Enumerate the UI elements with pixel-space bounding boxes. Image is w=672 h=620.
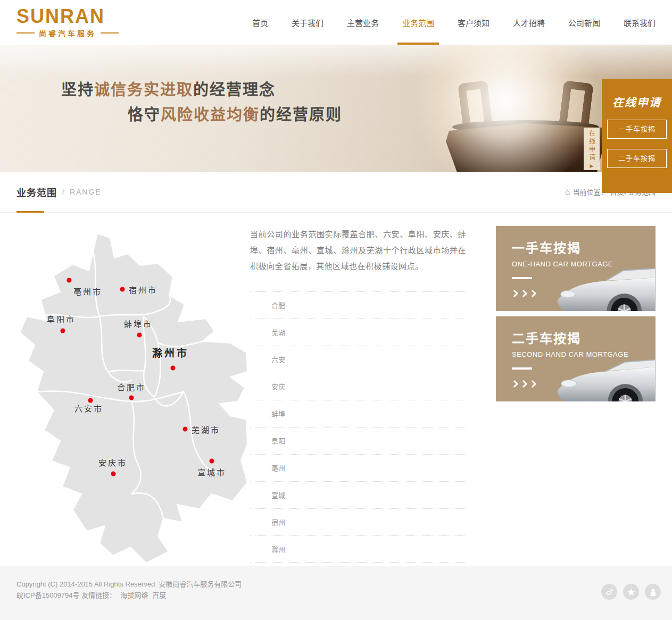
map-city-dot	[171, 366, 176, 371]
region-list-item[interactable]: 芜湖	[250, 319, 466, 346]
arrow-right-icon: ▶	[590, 164, 594, 169]
footer-link[interactable]: 百度	[152, 591, 166, 599]
qq-icon[interactable]	[645, 584, 661, 600]
region-list-item[interactable]: 蚌埠	[250, 400, 466, 427]
card-title: 一手车按揭	[512, 238, 581, 256]
map-city-label: 滁州市	[152, 345, 189, 359]
nav-item[interactable]: 业务范围	[402, 0, 434, 45]
nav-item[interactable]: 人才招聘	[513, 0, 545, 45]
chevrons-icon	[512, 381, 535, 387]
region-list-item[interactable]: 滁州	[250, 535, 466, 563]
region-list: 合肥芜湖六安安庆蚌埠阜阳亳州宣城宿州滁州	[250, 291, 466, 563]
apply-panel-title: 在线申请	[602, 94, 672, 110]
apply-side-tab[interactable]: 在线申请 ▶	[584, 128, 600, 170]
map-city-dot	[111, 472, 116, 476]
icp-text: 皖ICP备15009794号 友情链接：	[16, 591, 116, 599]
map-city-label: 六安市	[74, 403, 103, 414]
logo[interactable]: SUNRAN 尚睿汽车服务	[16, 6, 119, 38]
qzone-icon[interactable]	[623, 584, 639, 600]
hero-banner: 坚持诚信务实进取的经营理念 恪守风险收益均衡的经营原则	[0, 45, 672, 172]
card-subtitle: ONE-HAND CAR MORTGAGE	[512, 260, 613, 268]
weibo-icon[interactable]	[601, 584, 617, 600]
one-hand-mortgage-button[interactable]: 一手车按揭	[607, 120, 667, 139]
main-nav: 首页关于我们主营业务业务范围客户须知人才招聘公司新闻联系我们	[252, 0, 656, 45]
nav-item[interactable]: 联系我们	[624, 0, 656, 45]
footer-links: 海拔网络百度	[116, 591, 166, 599]
map-city-dot	[137, 333, 142, 338]
footer-link[interactable]: 海拔网络	[120, 591, 148, 599]
logo-subtitle-row: 尚睿汽车服务	[16, 28, 119, 38]
banner-slogan: 坚持诚信务实进取的经营理念 恪守风险收益均衡的经营原则	[61, 78, 342, 128]
logo-subtitle: 尚睿汽车服务	[39, 28, 96, 38]
social-icons	[601, 584, 661, 600]
page-title-en: RANGE	[70, 188, 102, 196]
footer: Copyright (C) 2014-2015 All Rights Reser…	[0, 566, 672, 620]
region-list-item[interactable]: 合肥	[250, 291, 466, 319]
card-accent-bar	[512, 277, 532, 279]
region-list-item[interactable]: 六安	[250, 346, 466, 373]
map-city-label: 阜阳市	[47, 313, 76, 324]
map-city-dot	[67, 278, 72, 283]
online-apply-panel: 在线申请 一手车按揭 二手车按揭	[602, 79, 672, 193]
copyright-text: Copyright (C) 2014-2015 All Rights Reser…	[16, 579, 656, 590]
one-hand-mortgage-card[interactable]: 一手车按揭 ONE-HAND CAR MORTGAGE	[496, 226, 656, 311]
promo-column: 一手车按揭 ONE-HAND CAR MORTGAGE 二手车	[496, 226, 656, 407]
icp-line: 皖ICP备15009794号 友情链接：海拔网络百度	[16, 590, 656, 601]
logo-dash-left	[16, 32, 35, 33]
home-icon: ⌂	[565, 188, 570, 195]
card-title: 二手车按揭	[512, 328, 581, 347]
card-subtitle: SECOND-HAND CAR MORTGAGE	[512, 350, 628, 358]
region-list-item[interactable]: 阜阳	[250, 427, 466, 454]
car-image	[557, 358, 656, 401]
second-hand-mortgage-card[interactable]: 二手车按揭 SECOND-HAND CAR MORTGAGE	[496, 316, 656, 401]
logo-dash-right	[101, 32, 119, 33]
range-description-column: 当前公司的业务范围实际覆盖合肥、六安、阜阳、安庆、蚌埠、宿州、亳州、宣城、滁州及…	[250, 213, 466, 563]
nav-item[interactable]: 主营业务	[347, 0, 379, 45]
map-city-dot	[120, 287, 125, 292]
map-city-dot	[129, 396, 134, 400]
chevrons-icon	[512, 291, 535, 296]
range-paragraph: 当前公司的业务范围实际覆盖合肥、六安、阜阳、安庆、蚌埠、宿州、亳州、宣城、滁州及…	[250, 227, 466, 274]
map-city-dot	[210, 459, 214, 464]
banner-slogan-line2: 恪守风险收益均衡的经营原则	[61, 103, 342, 128]
breadcrumb-bar: 业务范围 / RANGE ⌂ 当前位置：首页>业务范围	[0, 172, 672, 213]
header: SUNRAN 尚睿汽车服务 首页关于我们主营业务业务范围客户须知人才招聘公司新闻…	[0, 0, 672, 45]
anhui-province-map: 亳州市宿州市阜阳市蚌埠市滁州市合肥市六安市芜湖市安庆市宣城市	[19, 232, 247, 565]
car-image	[557, 267, 656, 311]
region-list-item[interactable]: 宣城	[250, 481, 466, 508]
banner-slogan-line1: 坚持诚信务实进取的经营理念	[61, 78, 342, 103]
map-city-label: 亳州市	[73, 286, 102, 297]
nav-item[interactable]: 关于我们	[292, 0, 323, 45]
nav-item[interactable]: 公司新闻	[568, 0, 600, 45]
map-city-label: 芜湖市	[192, 424, 220, 435]
bronze-ding-image	[446, 82, 605, 172]
region-list-item[interactable]: 亳州	[250, 454, 466, 481]
card-accent-bar	[512, 367, 532, 370]
map-city-dot	[183, 427, 188, 432]
breadcrumb-divider: /	[62, 188, 64, 196]
nav-item[interactable]: 首页	[252, 0, 268, 45]
page-title: 业务范围	[16, 185, 57, 199]
map-city-label: 蚌埠市	[124, 318, 153, 329]
region-list-item[interactable]: 安庆	[250, 373, 466, 400]
apply-side-tab-label: 在线申请	[587, 130, 596, 162]
map-overlay: 亳州市宿州市阜阳市蚌埠市滁州市合肥市六安市芜湖市安庆市宣城市	[19, 232, 247, 565]
map-city-dot	[61, 329, 65, 333]
ding-body	[446, 123, 605, 172]
map-city-label: 安庆市	[98, 457, 127, 468]
main-content: 亳州市宿州市阜阳市蚌埠市滁州市合肥市六安市芜湖市安庆市宣城市 当前公司的业务范围…	[0, 213, 672, 566]
second-hand-mortgage-button[interactable]: 二手车按揭	[607, 149, 667, 168]
region-list-item[interactable]: 宿州	[250, 508, 466, 535]
nav-item[interactable]: 客户须知	[458, 0, 490, 45]
map-city-label: 合肥市	[117, 381, 146, 392]
map-city-label: 宿州市	[129, 284, 157, 295]
logo-wordmark: SUNRAN	[16, 6, 119, 26]
map-city-label: 宣城市	[197, 466, 226, 477]
